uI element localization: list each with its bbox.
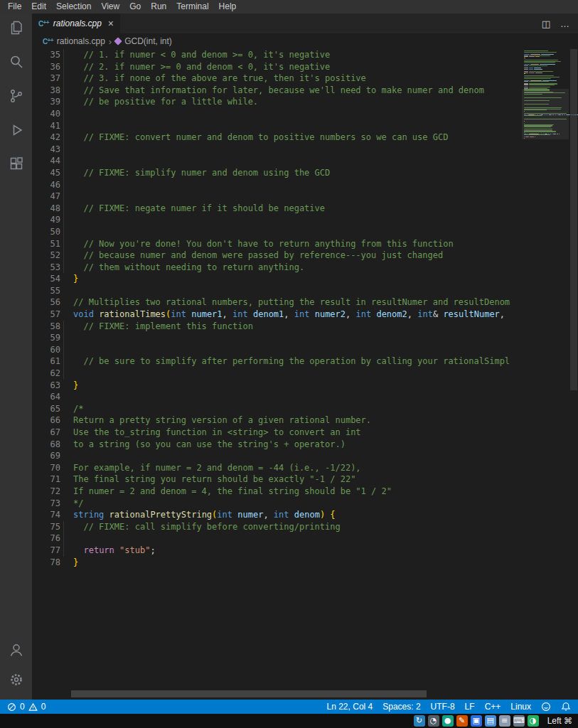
code-line[interactable]: 36 // 2. if numer >= 0 and denom < 0, it…	[32, 61, 523, 73]
status-item-lf[interactable]: LF	[465, 702, 475, 712]
code-line[interactable]: 53 // them without needing to return any…	[32, 262, 523, 274]
breadcrumb-symbol[interactable]: GCD(int, int)	[124, 36, 172, 46]
account-icon[interactable]	[8, 641, 25, 658]
code-line[interactable]: 38 // Save that information for later, b…	[32, 85, 523, 97]
code-line[interactable]: 73*/	[32, 498, 523, 510]
line-number: 69	[32, 450, 60, 462]
line-content: Use the to_string function in <string> t…	[60, 427, 361, 439]
line-number: 74	[32, 509, 60, 521]
horizontal-scrollbar[interactable]	[71, 690, 427, 697]
code-line[interactable]: 45 // FIXME: simplify numer and denom us…	[32, 167, 523, 179]
code-line[interactable]: 52 // because numer and denom were passe…	[32, 250, 523, 262]
menu-item-file[interactable]: File	[3, 0, 26, 14]
tray-icon-window-2[interactable]: ▤	[485, 715, 496, 727]
line-content: // 2. if numer >= 0 and denom < 0, it's …	[60, 61, 330, 73]
code-line[interactable]: 48 // FIXME: negate numer if it should b…	[32, 203, 523, 215]
search-icon[interactable]	[8, 53, 25, 70]
menu-item-go[interactable]: Go	[124, 0, 146, 14]
code-line[interactable]: 42 // FIXME: convert numer and denom to …	[32, 132, 523, 144]
line-content	[60, 450, 73, 462]
code-line[interactable]: 78}	[32, 557, 523, 569]
code-line[interactable]: 62	[32, 368, 523, 380]
tab-close-icon[interactable]: ×	[108, 18, 114, 28]
keyboard-layout-indicator[interactable]: Left ⌘	[547, 716, 572, 726]
code-line[interactable]: 40	[32, 108, 523, 120]
code-line[interactable]: 72If numer = 2 and denom = 4, the final …	[32, 486, 523, 498]
status-item-ln-22-col-4[interactable]: Ln 22, Col 4	[327, 702, 373, 712]
code-line[interactable]: 69	[32, 450, 523, 462]
code-line[interactable]: 63}	[32, 380, 523, 392]
line-content	[60, 532, 73, 545]
source-control-icon[interactable]	[8, 87, 25, 105]
code-line[interactable]: 51 // Now you're done! You don't have to…	[32, 238, 523, 250]
tray-icon-network[interactable]: ◑	[528, 715, 539, 727]
breadcrumb-file[interactable]: rationals.cpp	[57, 36, 105, 46]
code-line[interactable]: 57void rationalTimes(int numer1, int den…	[32, 309, 523, 321]
code-line[interactable]: 50	[32, 226, 523, 238]
settings-gear-icon[interactable]	[8, 671, 25, 688]
code-line[interactable]: 35 // 1. if numer < 0 and denom >= 0, it…	[32, 49, 523, 61]
tab-rationals-cpp[interactable]: C⁺⁺ rationals.cpp ×	[32, 14, 120, 33]
code-line[interactable]: 41	[32, 120, 523, 132]
code-line[interactable]: 61 // be sure to simplify after performi…	[32, 355, 523, 368]
code-line[interactable]: 65/*	[32, 403, 523, 415]
tray-icon-edit[interactable]: ✎	[456, 715, 468, 727]
line-number: 35	[32, 49, 60, 61]
tray-icon-app[interactable]: ●	[442, 715, 454, 727]
tray-icon-sync[interactable]: ↻	[414, 715, 425, 727]
vertical-scrollbar[interactable]	[570, 49, 577, 390]
feedback-smiley-icon[interactable]	[541, 702, 551, 712]
code-line[interactable]: 77 return "stub";	[32, 545, 523, 557]
minimap[interactable]	[522, 49, 569, 700]
code-line[interactable]: 47	[32, 191, 523, 203]
code-line[interactable]: 74string rationalPrettyString(int numer,…	[32, 509, 523, 521]
code-line[interactable]: 60	[32, 344, 523, 356]
code-line[interactable]: 58 // FIXME: implement this function	[32, 321, 523, 333]
problems-indicator[interactable]: 0 0	[7, 702, 46, 712]
status-item-spaces-2[interactable]: Spaces: 2	[382, 702, 420, 712]
code-line[interactable]: 76	[32, 532, 523, 545]
tray-icon-notes[interactable]: ≡	[499, 715, 510, 727]
code-line[interactable]: 39 // be positive for a little while.	[32, 96, 523, 108]
status-item-c-[interactable]: C++	[485, 702, 501, 712]
more-actions-icon[interactable]: …	[560, 18, 569, 29]
code-line[interactable]: 59	[32, 332, 523, 344]
code-line[interactable]: 54}	[32, 273, 523, 285]
code-line[interactable]: 75 // FIXME: call simplify before conver…	[32, 521, 523, 533]
menu-item-view[interactable]: View	[96, 0, 124, 14]
code-line[interactable]: 71The final string you return should be …	[32, 473, 523, 486]
tray-icon-keyboard[interactable]: ⌨	[513, 715, 525, 727]
menu-item-edit[interactable]: Edit	[26, 0, 51, 14]
code-line[interactable]: 70For example, if numer = 2 and denom = …	[32, 462, 523, 474]
split-editor-icon[interactable]: ◫	[542, 18, 550, 29]
minimap-slider[interactable]	[522, 89, 569, 139]
menu-item-terminal[interactable]: Terminal	[171, 0, 213, 14]
code-line[interactable]: 66Return a pretty string version of a gi…	[32, 414, 523, 427]
code-line[interactable]: 55	[32, 285, 523, 297]
code-line[interactable]: 49	[32, 214, 523, 226]
code-line[interactable]: 43	[32, 144, 523, 156]
menu-item-selection[interactable]: Selection	[51, 0, 96, 14]
menu-item-help[interactable]: Help	[214, 0, 242, 14]
line-number: 78	[32, 557, 60, 569]
extensions-icon[interactable]	[8, 156, 25, 173]
menu-item-run[interactable]: Run	[146, 0, 171, 14]
status-item-utf-8[interactable]: UTF-8	[431, 702, 455, 712]
status-item-linux[interactable]: Linux	[510, 702, 531, 712]
code-line[interactable]: 67Use the to_string function in <string>…	[32, 427, 523, 439]
run-debug-icon[interactable]	[8, 122, 25, 139]
line-number: 63	[32, 380, 60, 392]
editor[interactable]: 35 // 1. if numer < 0 and denom >= 0, it…	[32, 49, 578, 700]
notifications-bell-icon[interactable]	[561, 702, 571, 712]
code-line[interactable]: 68to a string (so you can use the string…	[32, 439, 523, 451]
code-line[interactable]: 37 // 3. if none of the above are true, …	[32, 73, 523, 85]
code-line[interactable]: 56// Multiplies two rational numbers, pu…	[32, 296, 523, 309]
tray-icon-window-1[interactable]: ▣	[471, 715, 482, 727]
code-line[interactable]: 46	[32, 179, 523, 191]
code-line[interactable]: 44	[32, 155, 523, 167]
tray-icon-clock[interactable]: ◔	[428, 715, 439, 727]
code-line[interactable]: 64	[32, 391, 523, 403]
line-content	[60, 120, 73, 132]
explorer-files-icon[interactable]	[8, 19, 25, 36]
line-number: 73	[32, 498, 60, 510]
